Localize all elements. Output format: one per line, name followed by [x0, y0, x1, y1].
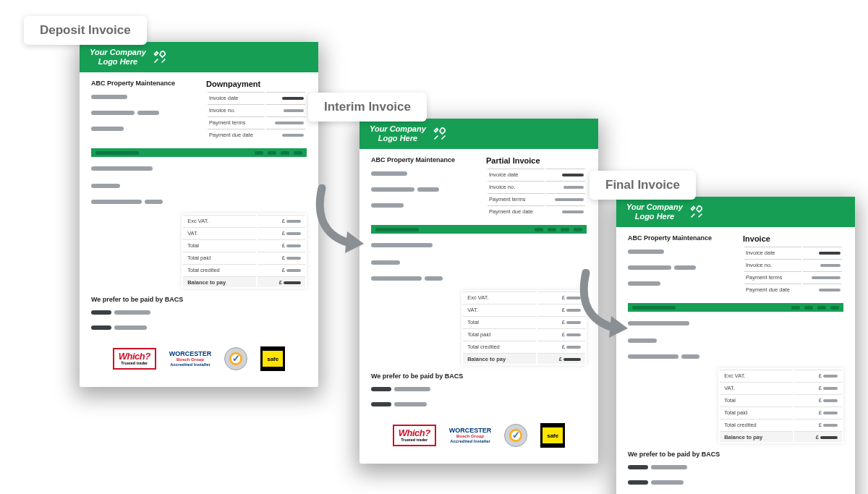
line-items-header	[91, 148, 307, 157]
invoice-totals-table: Exc VAT.£ VAT.£ Total£ Total paid£ Total…	[182, 213, 307, 289]
logo-placeholder: Your Company Logo Here	[626, 203, 683, 221]
gas-safe-badge: safe	[260, 346, 285, 371]
worcester-bosch-badge: WORCESTER Bosch Group Accredited Install…	[169, 351, 212, 367]
invoice-header: Your Company Logo Here	[359, 119, 598, 149]
logo-placeholder: Your Company Logo Here	[90, 48, 146, 66]
label-interim-invoice: Interim Invoice	[308, 93, 427, 122]
payment-preference: We prefer to be paid by BACS	[371, 372, 587, 380]
worcester-bosch-badge: WORCESTER Bosch Group Accredited Install…	[449, 427, 492, 443]
company-name: ABC Property Maintenance	[91, 80, 192, 87]
invoice-totals-table: Exc VAT.£ VAT.£ Total£ Total paid£ Total…	[461, 290, 587, 365]
invoice-type-title: Partial Invoice	[486, 156, 587, 165]
which-trusted-trader-badge: Which? Trusted trader	[113, 348, 156, 369]
invoice-meta-table: Invoice date Invoice no. Payment terms P…	[486, 167, 587, 218]
wrench-screwdriver-icon	[432, 126, 448, 142]
invoice-progression-diagram: Deposit Invoice Interim Invoice Final In…	[0, 0, 868, 494]
wrench-screwdriver-icon	[152, 49, 168, 65]
line-items-header	[371, 225, 587, 234]
label-deposit-invoice: Deposit Invoice	[24, 16, 147, 45]
invoice-meta-table: Invoice date Invoice no. Payment terms P…	[743, 245, 843, 296]
invoice-type-title: Downpayment	[206, 80, 307, 88]
checkmark-seal-badge	[224, 347, 247, 370]
logo-line1: Your Company	[90, 48, 146, 57]
which-trusted-trader-badge: Which? Trusted trader	[393, 425, 436, 446]
label-final-invoice: Final Invoice	[590, 171, 696, 200]
company-name: ABC Property Maintenance	[628, 234, 728, 242]
invoice-type-title: Invoice	[743, 234, 843, 243]
invoice-header: Your Company Logo Here	[616, 197, 855, 227]
payment-preference: We prefer to be paid by BACS	[628, 451, 843, 458]
company-name: ABC Property Maintenance	[371, 156, 472, 163]
invoice-header: Your Company Logo Here	[80, 42, 318, 72]
accreditation-badges: Which? Trusted trader WORCESTER Bosch Gr…	[371, 423, 587, 453]
line-items-header	[628, 303, 843, 312]
wrench-screwdriver-icon	[689, 204, 705, 220]
gas-safe-badge: safe	[540, 423, 565, 448]
invoice-card-deposit: Your Company Logo Here ABC Property Main…	[80, 42, 318, 387]
invoice-card-final: Your Company Logo Here ABC Property Main…	[616, 197, 855, 494]
invoice-meta-table: Invoice date Invoice no. Payment terms P…	[206, 90, 307, 141]
checkmark-seal-badge	[504, 424, 527, 447]
invoice-totals-table: Exc VAT.£ VAT.£ Total£ Total paid£ Total…	[718, 368, 843, 443]
payment-preference: We prefer to be paid by BACS	[91, 296, 307, 303]
logo-placeholder: Your Company Logo Here	[370, 124, 426, 142]
logo-line2: Logo Here	[90, 57, 146, 67]
accreditation-badges: Which? Trusted trader WORCESTER Bosch Gr…	[91, 346, 307, 377]
invoice-card-interim: Your Company Logo Here ABC Property Main…	[359, 119, 598, 464]
